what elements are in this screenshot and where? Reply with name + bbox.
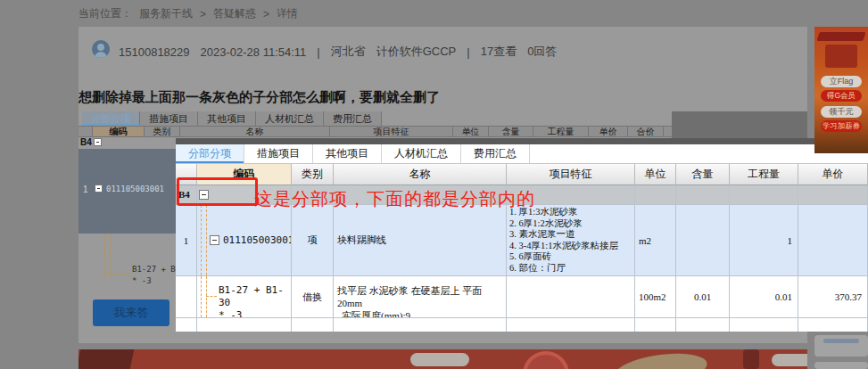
popup-tab-fyhz: 费用汇总: [461, 144, 530, 163]
row-content: [676, 205, 730, 276]
tree-guide: [110, 274, 129, 275]
col-name: 名称: [334, 164, 507, 185]
promo-coupon-button[interactable]: 学习加薪券: [821, 120, 862, 132]
col-price: 单价: [798, 164, 868, 185]
bg-col-quantity: 工程量: [533, 126, 589, 137]
tree-guide: [206, 205, 207, 275]
bg-row-selected: 1 011105003001: [79, 149, 176, 234]
bg-col-price: 单价: [589, 126, 628, 137]
promo-flag-button[interactable]: 立Flag: [821, 76, 862, 87]
bg-b4-label: B4: [80, 137, 92, 147]
bg-row-b4: B4: [79, 137, 176, 149]
row-quantity: 1: [730, 205, 798, 276]
meta-divider: |: [317, 45, 319, 59]
tree-guide: [201, 276, 202, 317]
table-row-empty: [176, 318, 868, 332]
collapse-icon: [95, 184, 103, 193]
col-unit: 单位: [635, 164, 676, 185]
table-row-subitem: B1-27 + B1-30 * -3 借换 找平层 水泥砂浆 在硬基层上 平面 …: [176, 276, 868, 318]
meta-divider: |: [467, 45, 469, 59]
table-row-item: 1 011105003001 项 块料踢脚线 1. 厚1:3水泥砂浆 2. 6厚…: [176, 205, 868, 276]
question-screenshot-image[interactable]: 分部分项 措施项目 其他项目 人材机汇总 费用汇总 编码 类别 名称 项目特征 …: [176, 138, 868, 331]
bg-col-unit: 单位: [453, 126, 489, 137]
row-name: 块料踢脚线: [334, 205, 507, 276]
popup-table-header: 编码 类别 名称 项目特征 单位 含量 工程量 单价: [176, 164, 868, 185]
tree-guide: [104, 234, 105, 278]
post-product: 计价软件GCCP: [376, 44, 457, 60]
post-time: 2023-02-28 11:54:11: [201, 45, 307, 59]
row-unit: m2: [635, 205, 676, 276]
sidebar-tag-chip: [823, 339, 859, 343]
bg-col-total: 合价: [628, 126, 664, 137]
screenshot-top-bar: [176, 138, 868, 144]
popup-tab-qtxm: 其他项目: [313, 144, 382, 163]
popup-tab-csxm: 措施项目: [244, 144, 313, 163]
bg-table-tabs: 分部分项 措施项目 其他项目 人材机汇总 费用汇总: [82, 111, 382, 126]
row-price: 370.37: [798, 276, 868, 318]
page: 当前位置： 服务新干线 > 答疑解惑 > 详情 15100818229 2023…: [0, 0, 868, 369]
promo-member-button[interactable]: 得G会员: [821, 90, 862, 102]
row-quantity: 0.01: [730, 276, 798, 318]
question-title: 想删除掉最上面那一条灰色的子分部怎么删啊，要删就全删了: [79, 89, 774, 106]
collapse-icon: [210, 235, 219, 245]
post-region: 河北省: [331, 44, 366, 60]
breadcrumb-separator: >: [263, 8, 269, 20]
bg-table-header: 编码 类别 名称 项目特征 单位 含量 工程量 单价 合价 综合: [79, 126, 717, 137]
ad-pill-button: [772, 354, 807, 366]
reply-count: 0回答: [527, 44, 557, 60]
col-feature: 项目特征: [507, 164, 635, 185]
ad-pill-button: [410, 353, 469, 366]
promo-cash-button[interactable]: 领千元: [821, 106, 862, 118]
col-category: 类别: [292, 164, 334, 185]
col-quantity: 工程量: [730, 164, 798, 185]
bg-tab-fbfx: 分部分项: [82, 111, 140, 126]
row-features: 1. 厚1:3水泥砂浆 2. 6厚1:2水泥砂浆 3. 素水泥浆一道 4. 3-…: [507, 205, 635, 276]
popup-tab-rcjhz: 人材机汇总: [382, 144, 461, 163]
promo-banner[interactable]: 立Flag 得G会员 领千元 学习加薪券: [814, 27, 868, 153]
row-name: 找平层 水泥砂浆 在硬基层上 平面 20mm 实际厚度(mm):9: [334, 276, 507, 318]
sidebar-card[interactable]: [814, 362, 868, 369]
pagoda-icon: [816, 32, 865, 41]
breadcrumb-link-qa[interactable]: 答疑解惑: [213, 6, 256, 21]
annotation-highlight-box: [177, 177, 258, 206]
lantern-icon: [743, 349, 759, 369]
popup-tab-fbfx: 分部分项: [176, 144, 244, 163]
row-price: [798, 205, 868, 276]
ad-decoration: [79, 349, 134, 369]
row-code: 011105003001: [223, 234, 292, 246]
bg-row-code: 011105003001: [106, 184, 164, 193]
breadcrumb-link-home[interactable]: 服务新干线: [139, 6, 193, 21]
bg-row-seq: 1: [83, 184, 88, 194]
bg-tab-csxm: 措施项目: [140, 111, 198, 126]
breadcrumb-separator: >: [200, 8, 206, 20]
annotation-text: 这是分部项，下面的都是分部内的: [254, 187, 535, 211]
row-code: B1-27 + B1-30: [219, 284, 291, 309]
bg-col-content: 含量: [489, 126, 533, 137]
pagoda-icon: [825, 45, 857, 68]
ad-decoration: [612, 349, 709, 369]
bg-tab-rcjhz: 人材机汇总: [256, 111, 324, 126]
row-content: 0.01: [676, 276, 730, 318]
tree-guide: [206, 296, 217, 297]
bg-row-b1: B1-27 + B1-30 * -3: [132, 264, 176, 291]
popup-tab-bar: 分部分项 措施项目 其他项目 人材机汇总 费用汇总: [176, 144, 868, 164]
answer-button[interactable]: 我来答: [93, 299, 169, 326]
bg-tab-qtxm: 其他项目: [198, 111, 256, 126]
row-category: 项: [292, 205, 334, 276]
collapse-icon: [94, 138, 102, 146]
row-unit: 100m2: [635, 276, 676, 318]
username: 15100818229: [119, 45, 190, 59]
tree-guide: [201, 205, 202, 275]
bg-col-category: 类别: [145, 126, 180, 137]
post-meta: 15100818229 2023-02-28 11:54:11 | 河北省 计价…: [119, 44, 557, 60]
col-content: 含量: [676, 164, 730, 185]
bottom-ad-banner[interactable]: [79, 349, 807, 369]
breadcrumb: 当前位置： 服务新干线 > 答疑解惑 > 详情: [79, 6, 298, 21]
tree-guide: [206, 276, 207, 317]
row-seq: 1: [176, 205, 197, 276]
avatar-icon: [92, 40, 110, 58]
ad-seal-decoration: [523, 351, 569, 369]
breadcrumb-current: 详情: [277, 6, 298, 21]
bg-tab-fyhz: 费用汇总: [324, 111, 382, 126]
bg-col-feature: 项目特征: [330, 126, 453, 137]
